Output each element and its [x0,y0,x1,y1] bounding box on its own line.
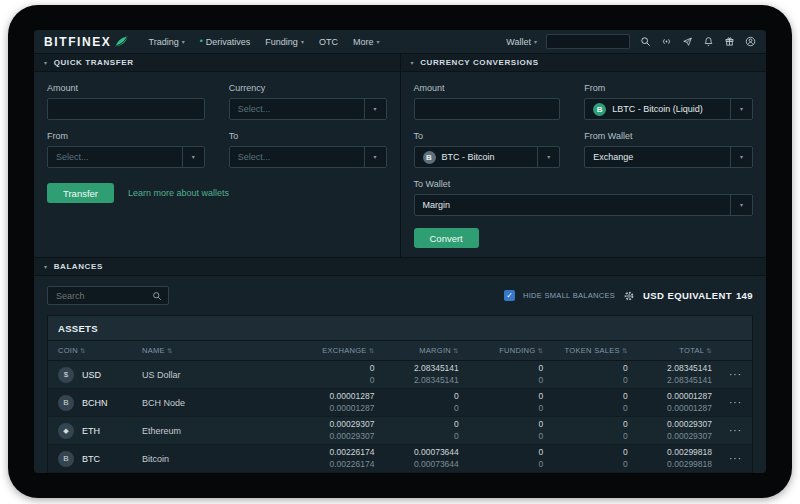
cc-to-field: To B BTC - Bitcoin ▾ [414,131,561,168]
chevron-down-icon: ▾ [301,39,304,45]
assets-table-header: COIN⇅ NAME⇅ EXCHANGE⇅ MARGIN⇅ FUNDING⇅ T… [48,340,752,361]
table-row-btc: BBTC Bitcoin 0.002261740.00226174 0.0007… [48,445,752,473]
hide-small-balances-label: HIDE SMALL BALANCES [523,291,615,300]
qt-from-select[interactable]: Select... ▾ [47,146,205,168]
chevron-down-icon: ▾ [547,154,550,160]
cc-amount-input[interactable] [414,98,561,120]
cc-from-select[interactable]: B LBTC - Bitcoin (Liquid) ▾ [584,98,753,120]
nav-item-otc[interactable]: OTC [319,37,338,47]
check-icon: ✓ [506,291,513,300]
hide-small-balances-checkbox[interactable]: ✓ [504,290,515,301]
btc-coin-icon: B [58,451,74,467]
cc-to-select[interactable]: B BTC - Bitcoin ▾ [414,146,561,168]
usd-equivalent[interactable]: USD EQUIVALENT 149 [643,290,753,301]
lbtc-coin-icon: B [593,103,606,116]
chevron-down-icon: ▾ [373,106,376,112]
topbar-search-input[interactable] [546,34,630,49]
convert-button[interactable]: Convert [414,228,479,248]
row-menu-button[interactable]: ··· [712,425,742,436]
usd-coin-icon: $ [58,367,74,383]
eth-coin-icon: ◆ [58,423,74,439]
col-header-exchange[interactable]: EXCHANGE⇅ [290,346,374,355]
balances-search-input[interactable] [54,290,148,302]
quick-transfer-header[interactable]: ▾ QUICK TRANSFER [34,54,400,72]
bell-icon[interactable] [702,36,714,48]
cc-to-wallet-field: To Wallet Margin ▾ [414,179,754,216]
top-panels: ▾ QUICK TRANSFER Amount Currency Select.… [34,54,766,258]
nav-item-more[interactable]: More ▾ [353,37,380,47]
qt-to-field: To Select... ▾ [229,131,387,168]
nav-item-derivatives[interactable]: • Derivatives [200,37,251,47]
col-header-token-sales[interactable]: TOKEN SALES⇅ [543,346,627,355]
table-row-bchn: BBCHN BCH Node 0.000012870.00001287 00 0… [48,389,752,417]
sort-icon: ⇅ [80,347,86,355]
tablet-frame: BITFINEX Trading ▾ • Derivatives Funding… [8,5,792,498]
bchn-coin-icon: B [58,395,74,411]
profile-icon[interactable] [744,36,756,48]
assets-table-body: $USD US Dollar 00 2.083451412.08345141 0… [48,361,752,473]
assets-table: ASSETS COIN⇅ NAME⇅ EXCHANGE⇅ MARGIN⇅ FUN… [47,315,753,473]
screen: BITFINEX Trading ▾ • Derivatives Funding… [34,30,766,473]
wallet-menu[interactable]: Wallet ▾ [506,37,537,47]
chevron-down-icon: ▾ [182,39,185,45]
main-menu: Trading ▾ • Derivatives Funding ▾ OTC Mo… [148,37,379,47]
col-header-funding[interactable]: FUNDING⇅ [459,346,543,355]
currency-conversions-header[interactable]: ▾ CURRENCY CONVERSIONS [401,54,767,72]
row-menu-button[interactable]: ··· [712,369,742,380]
nav-item-trading[interactable]: Trading ▾ [148,37,184,47]
topbar: BITFINEX Trading ▾ • Derivatives Funding… [34,30,766,54]
btc-coin-icon: B [423,151,436,164]
collapse-chevron-icon: ▾ [411,60,415,66]
topbar-right: Wallet ▾ [506,34,756,49]
chevron-down-icon: ▾ [376,39,379,45]
row-menu-button[interactable]: ··· [712,397,742,408]
collapse-chevron-icon: ▾ [44,60,48,66]
chevron-down-icon: ▾ [740,106,743,112]
chevron-down-icon: ▾ [534,39,537,45]
table-row-eth: ◆ETH Ethereum 0.000293070.00029307 00 00… [48,417,752,445]
qt-to-select[interactable]: Select... ▾ [229,146,387,168]
broadcast-icon[interactable] [660,36,672,48]
gift-icon[interactable] [723,36,735,48]
gear-icon[interactable] [623,290,635,302]
col-header-total[interactable]: TOTAL⇅ [628,346,712,355]
qt-currency-field: Currency Select... ▾ [229,83,387,120]
learn-more-link[interactable]: Learn more about wallets [128,188,229,198]
send-icon[interactable] [681,36,693,48]
qt-amount-input[interactable] [47,98,205,120]
cc-from-wallet-field: From Wallet Exchange ▾ [584,131,753,168]
col-header-name[interactable]: NAME⇅ [142,346,290,355]
collapse-chevron-icon: ▾ [44,264,48,270]
qt-amount-field: Amount [47,83,205,120]
nav-item-funding[interactable]: Funding ▾ [265,37,304,47]
transfer-button[interactable]: Transfer [47,183,114,203]
chevron-down-icon: ▾ [373,154,376,160]
chevron-down-icon: ▾ [192,154,195,160]
qt-currency-select[interactable]: Select... ▾ [229,98,387,120]
assets-section-header: ASSETS [48,316,752,340]
sort-icon: ⇅ [167,347,173,355]
cc-from-field: From B LBTC - Bitcoin (Liquid) ▾ [584,83,753,120]
cc-amount-field: Amount [414,83,561,120]
search-icon [152,291,162,301]
cc-from-wallet-select[interactable]: Exchange ▾ [584,146,753,168]
quick-transfer-panel: ▾ QUICK TRANSFER Amount Currency Select.… [34,54,401,257]
sort-icon: ⇅ [706,347,712,355]
balances-header[interactable]: ▾ BALANCES [34,258,766,276]
balances-controls: ✓ HIDE SMALL BALANCES USD EQUIVALENT 149 [34,276,766,314]
chevron-down-icon: ▾ [740,202,743,208]
derivatives-active-dot-icon: • [200,37,203,46]
row-menu-button[interactable]: ··· [712,453,742,464]
chevron-down-icon: ▾ [740,154,743,160]
cc-to-wallet-select[interactable]: Margin ▾ [414,194,754,216]
bitfinex-logo[interactable]: BITFINEX [44,35,128,49]
col-header-coin[interactable]: COIN⇅ [58,346,142,355]
table-row-usd: $USD US Dollar 00 2.083451412.08345141 0… [48,361,752,389]
balances-search [47,286,169,305]
qt-from-field: From Select... ▾ [47,131,205,168]
col-header-margin[interactable]: MARGIN⇅ [374,346,458,355]
search-icon[interactable] [639,36,651,48]
brand-text: BITFINEX [44,35,111,49]
currency-conversions-panel: ▾ CURRENCY CONVERSIONS Amount From B LB [401,54,767,257]
balances-panel: ▾ BALANCES ✓ HIDE SMALL BALANCES [34,258,766,473]
